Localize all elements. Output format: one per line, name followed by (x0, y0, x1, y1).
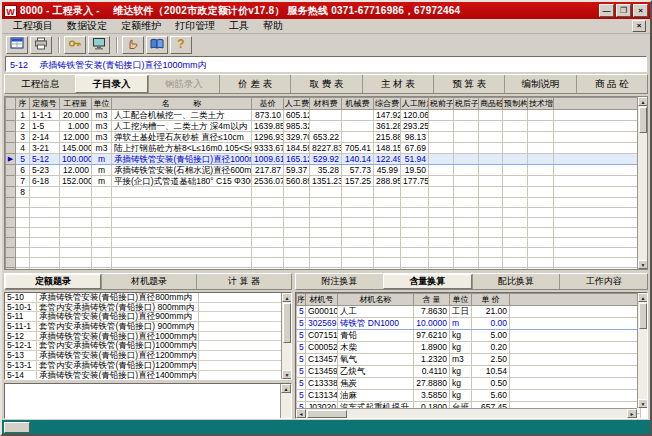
tab-main-4[interactable]: 取 费 表 (290, 75, 361, 93)
cell-extra (479, 268, 503, 271)
tab-conversion-2[interactable]: 配比换算 (472, 274, 560, 289)
grid-row[interactable] (6, 258, 638, 268)
close-button[interactable]: × (633, 4, 648, 17)
scroll-left-icon[interactable]: ◄ (296, 409, 306, 418)
grid-row[interactable]: ▶55-12100.000m承插铸铁管安装(青铅接口)直径1000mm内1009… (6, 154, 638, 165)
menu-item-0[interactable]: 工程项目 (6, 18, 60, 34)
scroll-down-icon[interactable]: ▼ (282, 370, 292, 379)
menu-item-3[interactable]: 打印管理 (168, 18, 222, 34)
material-vertical-scrollbar[interactable]: ▲ ▼ (637, 293, 647, 408)
grid-row[interactable]: 11-1-120.000m3人工配合机械挖一、二类土方873.10605.121… (6, 110, 638, 121)
list-item[interactable]: 5-12承插铸铁管安装(青铅接口)直径1000mm内 (5, 332, 291, 342)
hand-button[interactable] (122, 36, 144, 54)
minimize-button[interactable]: — (599, 4, 614, 17)
scroll-right-icon[interactable]: ► (627, 409, 637, 418)
note-vertical-scrollbar[interactable]: ▲ (280, 384, 291, 418)
grid-row[interactable] (6, 228, 638, 238)
scroll-up-icon[interactable]: ▲ (638, 293, 648, 302)
list-item[interactable]: 5-13-1套管内安承插铸铁管(青铅接口)1200mm内 (5, 361, 291, 371)
menu-item-2[interactable]: 定额维护 (114, 18, 168, 34)
tab-conversion-0[interactable]: 附注换算 (296, 274, 383, 289)
list-item[interactable]: 5-11-1套管内安承插铸铁管(青铅接口) 900mm内 (5, 322, 291, 332)
list-item[interactable]: 5-10-1套管内安承插铸铁管(青铅接口) 800mm内 (5, 303, 291, 313)
tab-catalog-0[interactable]: 定额题录 (5, 274, 101, 289)
material-row[interactable]: 5302569铸铁管 DN100010.0000m0.00 (297, 318, 641, 330)
book-button[interactable] (146, 36, 168, 54)
material-row[interactable]: 5C13338焦炭27.8880kg0.50 (297, 378, 641, 390)
scroll-thumb[interactable] (283, 303, 291, 343)
grid-row[interactable] (6, 248, 638, 258)
cell-base: 1009.61 (252, 154, 284, 165)
tab-conversion-1[interactable]: 含量换算 (383, 274, 472, 289)
mdi-close-button[interactable]: × (632, 20, 646, 32)
list-item[interactable]: 5-13承插铸铁管安装(青铅接口)直径1200mm内 (5, 351, 291, 361)
catalog-vertical-scrollbar[interactable]: ▲ ▼ (281, 293, 291, 379)
material-row[interactable]: 5C07151青铅97.6210kg5.00 (297, 330, 641, 342)
tab-catalog-2[interactable]: 计 算 器 (196, 274, 291, 289)
scroll-up-icon[interactable]: ▲ (638, 97, 648, 106)
cell-qty (60, 228, 92, 238)
tab-catalog-1[interactable]: 材机题录 (101, 274, 196, 289)
material-row[interactable]: 5C13457氧气1.2320m32.50 (297, 354, 641, 366)
cell-name: 弹软土基处理石灰砂桩 直径≤10cm (112, 132, 252, 143)
menu-item-5[interactable]: 帮助 (256, 18, 290, 34)
scroll-up-icon[interactable]: ▲ (281, 384, 291, 393)
print-button[interactable] (30, 36, 52, 54)
material-row[interactable]: 5C13459乙炔气0.4110kg10.54 (297, 366, 641, 378)
current-quota-field[interactable]: 5-12 承插铸铁管安装(青铅接口)直径1000mm内 (5, 56, 647, 72)
scroll-down-icon[interactable]: ▼ (638, 399, 648, 408)
menu-item-4[interactable]: 工具 (222, 18, 256, 34)
cell-name: 乙炔气 (338, 366, 414, 378)
scroll-thumb[interactable] (639, 107, 647, 133)
grid-row[interactable]: 21-51.000m3人工挖沟槽一、二类土方 深4m以内1639.85985.3… (6, 121, 638, 132)
list-item[interactable]: 5-10承插铸铁管安装(青铅接口)直径800mm内 (5, 293, 291, 303)
tab-main-6[interactable]: 预 算 表 (433, 75, 504, 93)
scroll-up-icon[interactable]: ▲ (282, 293, 292, 302)
grid-row[interactable] (6, 268, 638, 271)
monitor-button[interactable] (88, 36, 110, 54)
item-name: 套管内安承插铸铁管(青铅接口) 800mm内 (37, 303, 199, 312)
tab-main-5[interactable]: 主 材 表 (362, 75, 433, 93)
help-button[interactable]: ? (170, 36, 192, 54)
tab-main-8[interactable]: 商 品 砼 (576, 75, 647, 93)
toolbar-separator (58, 37, 60, 53)
material-horizontal-scrollbar[interactable]: ◄ ► (296, 408, 637, 418)
grid-column-header-10: 人工附加 (401, 98, 429, 110)
tab-main-0[interactable]: 工程信息 (5, 75, 75, 93)
cell-seq: 5 (297, 366, 306, 378)
grid-row[interactable]: 43-21145.000m3陆上打钢筋砼方桩8<L≤16m0.105<S≤0.1… (6, 143, 638, 154)
quota-note-box[interactable]: ▲ (4, 383, 292, 419)
scroll-thumb[interactable] (307, 410, 347, 418)
tab-main-3[interactable]: 价 差 表 (219, 75, 290, 93)
scroll-down-icon[interactable]: ▼ (638, 260, 648, 269)
tab-main-7[interactable]: 编制说明 (504, 75, 575, 93)
cell-material (310, 110, 342, 121)
material-row[interactable]: 5C00052木柴1.8900kg0.20 (297, 342, 641, 354)
item-code: 5-12 (5, 332, 37, 341)
maximize-button[interactable]: ❐ (616, 4, 631, 17)
cell-filler (510, 318, 641, 330)
key-button[interactable] (64, 36, 86, 54)
grid-row[interactable]: 32-1412.000m3弹软土基处理石灰砂桩 直径≤10cm1296.9332… (6, 132, 638, 143)
grid-row[interactable]: 8 (6, 187, 638, 198)
list-item[interactable]: 5-11承插铸铁管安装(青铅接口)直径900mm内 (5, 312, 291, 322)
grid-vertical-scrollbar[interactable]: ▲ ▼ (637, 97, 647, 269)
cell-machine (342, 132, 374, 143)
tab-main-1[interactable]: 子目录入 (75, 75, 147, 93)
tab-conversion-3[interactable]: 工作内容 (559, 274, 647, 289)
list-item[interactable]: 5-12-1套管内安承插铸铁管(青铅接口)1000mm内 (5, 341, 291, 351)
cell-comp: 215.88 (374, 132, 401, 143)
material-row[interactable]: 5C13134油麻3.5850kg5.60 (297, 390, 641, 402)
material-row[interactable]: 5G00010人工7.8630工日21.00 (297, 306, 641, 318)
grid-button[interactable] (6, 36, 28, 54)
cell-qty: 12.000 (60, 165, 92, 176)
grid-row[interactable] (6, 238, 638, 248)
grid-row[interactable]: 65-2312.000m承插铸铁管安装(石棉水泥)直径600mm内217.875… (6, 165, 638, 176)
grid-row[interactable] (6, 198, 638, 208)
grid-row[interactable] (6, 218, 638, 228)
scroll-thumb[interactable] (639, 303, 647, 329)
grid-row[interactable]: 76-18152.000m平接(企口)式管道基础180° C15 Φ300内25… (6, 176, 638, 187)
grid-row[interactable] (6, 208, 638, 218)
menu-item-1[interactable]: 数据设定 (60, 18, 114, 34)
list-item[interactable]: 5-14承插铸铁管安装(青铅接口)直径1400mm内 (5, 371, 291, 381)
